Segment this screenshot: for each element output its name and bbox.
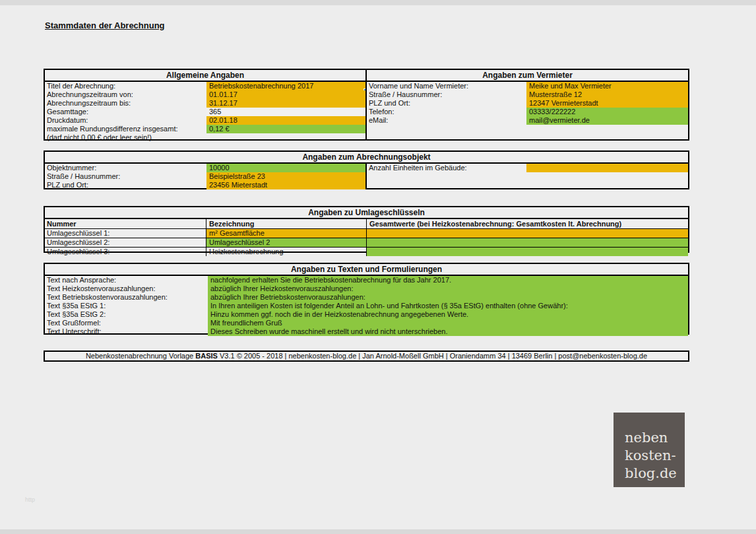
row-label: Text §35a EStG 1: xyxy=(45,302,208,310)
section-header: Angaben zum Abrechnungsobjekt xyxy=(45,152,688,164)
table-row: Telefon: 03333/222222 xyxy=(367,108,688,116)
input-cell[interactable]: Beispielstraße 23 xyxy=(206,172,365,181)
texte-formulierungen-table: Angaben zu Texten und Formulierungen Tex… xyxy=(44,263,689,335)
row-label: Text nach Ansprache: xyxy=(45,276,208,284)
input-cell[interactable]: nachfolgend erhalten Sie die Betriebskos… xyxy=(208,276,688,284)
table-row: maximale Rundungsdifferenz insgesamt: 0,… xyxy=(45,125,365,133)
allgemeine-angaben-section: Allgemeine Angaben Titel der Abrechnung:… xyxy=(45,70,367,139)
column-header-nummer: Nummer xyxy=(45,219,206,228)
input-cell-empty[interactable] xyxy=(366,229,688,238)
row-label: Text Unterschrift: xyxy=(45,327,208,336)
empty-cell xyxy=(206,133,365,142)
footer-text-post: V3.1 © 2005 - 2018 | nebenkosten-blog.de… xyxy=(218,352,647,360)
input-cell[interactable]: Hinzu kommen ggf. noch die in der Heizko… xyxy=(208,310,688,319)
texte-label-column: Text nach Ansprache: Text Heizkostenvora… xyxy=(45,276,208,336)
input-cell-empty[interactable] xyxy=(366,248,688,256)
input-cell[interactable]: abzüglich Ihrer Heizkostenvorauszahlunge… xyxy=(208,284,688,293)
logo-line: neben xyxy=(625,429,685,447)
input-cell[interactable]: 0,12 € xyxy=(206,125,365,133)
objekt-left-section: Objektnummer: 10000 Straße / Hausnummer:… xyxy=(45,164,367,189)
table-row: Straße / Hausnummer: Beispielstraße 23 xyxy=(45,172,365,181)
row-label: Abrechnungszeitraum von: xyxy=(45,90,206,99)
input-cell[interactable]: 12347 Vermieterstadt xyxy=(526,99,688,108)
row-label: maximale Rundungsdifferenz insgesamt: xyxy=(45,125,206,133)
row-label: Titel der Abrechnung: xyxy=(45,82,206,90)
table-row: PLZ und Ort: 23456 Mieterstadt xyxy=(45,181,365,189)
watermark-text: http xyxy=(25,496,35,503)
table-row: Umlageschlüssel 2: Umlageschlüssel 2 xyxy=(45,238,688,248)
input-cell[interactable]: m² Gesamtfläche xyxy=(206,229,366,238)
selected-cell-titel[interactable]: Betriebskostenabrechnung 2017 xyxy=(206,82,365,90)
section-header: Angaben zu Texten und Formulierungen xyxy=(45,264,688,276)
table-row: Umlageschlüssel 1: m² Gesamtfläche xyxy=(45,229,688,238)
input-cell[interactable]: 02.01.18 xyxy=(206,116,365,125)
section-header: Angaben zum Vermieter xyxy=(367,70,688,82)
nebenkosten-blog-logo: neben kosten- blog.de xyxy=(614,413,685,487)
table-row: Titel der Abrechnung: Betriebskostenabre… xyxy=(45,82,365,90)
input-cell[interactable]: mail@vermieter.de xyxy=(526,116,688,125)
row-label: Umlageschlüssel 1: xyxy=(45,229,206,238)
row-label: Text Betriebskostenvorauszahlungen: xyxy=(45,293,208,302)
column-header-bezeichnung: Bezeichnung xyxy=(206,219,366,228)
input-cell[interactable]: 03333/222222 xyxy=(526,108,688,116)
column-header-gesamtwerte: Gesamtwerte (bei Heizkostenabrechnung: G… xyxy=(366,219,688,228)
row-label: eMail: xyxy=(367,116,526,125)
section-header: Allgemeine Angaben xyxy=(45,70,365,82)
page-title: Stammdaten der Abrechnung xyxy=(45,20,165,30)
table-row: Abrechnungszeitraum bis: 31.12.17 xyxy=(45,99,365,108)
input-cell[interactable]: Mit freundlichem Gruß xyxy=(208,319,688,327)
table-row: eMail: mail@vermieter.de xyxy=(367,116,688,125)
input-cell[interactable]: 31.12.17 xyxy=(206,99,365,108)
input-cell[interactable]: 23456 Mieterstadt xyxy=(206,181,365,189)
row-label: Druckdatum: xyxy=(45,116,206,125)
table-row: Anzahl Einheiten im Gebäude: xyxy=(367,164,688,172)
row-label: Text Heizkostenvorauszahlungen: xyxy=(45,284,208,293)
row-label: PLZ und Ort: xyxy=(45,181,206,189)
allgemeine-vermieter-table: Allgemeine Angaben Titel der Abrechnung:… xyxy=(44,69,689,141)
table-row: Vorname und Name Vermieter: Meike und Ma… xyxy=(367,82,688,90)
top-border-band xyxy=(0,0,756,5)
spreadsheet-page: Stammdaten der Abrechnung Allgemeine Ang… xyxy=(0,0,756,534)
logo-line: blog.de xyxy=(625,465,685,483)
table-row: PLZ und Ort: 12347 Vermieterstadt xyxy=(367,99,688,108)
row-label: PLZ und Ort: xyxy=(367,99,526,108)
row-label: Telefon: xyxy=(367,108,526,116)
input-cell[interactable]: Umlageschlüssel 2 xyxy=(206,238,366,247)
table-row: Straße / Hausnummer: Musterstraße 12 xyxy=(367,90,688,99)
static-cell: Heizkostenabrechnung xyxy=(206,248,366,256)
input-cell[interactable]: 10000 xyxy=(206,164,365,172)
input-cell-empty[interactable] xyxy=(366,238,688,247)
section-header: Angaben zu Umlageschlüsseln xyxy=(45,207,688,219)
footer-text-pre: Nebenkostenabrechnung Vorlage xyxy=(86,352,195,360)
row-label: Gesamttage: xyxy=(45,108,206,116)
bottom-border-band xyxy=(0,529,756,534)
computed-cell: 365 xyxy=(206,108,365,116)
input-cell[interactable]: Meike und Max Vermieter xyxy=(526,82,688,90)
row-label-note: (darf nicht 0,00 € oder leer sein!) xyxy=(45,133,206,142)
column-header-row: Nummer Bezeichnung Gesamtwerte (bei Heiz… xyxy=(45,219,688,229)
texte-input-block: nachfolgend erhalten Sie die Betriebskos… xyxy=(208,276,688,336)
row-label: Straße / Hausnummer: xyxy=(45,172,206,181)
angaben-vermieter-section: Angaben zum Vermieter Vorname und Name V… xyxy=(367,70,688,139)
table-row: (darf nicht 0,00 € oder leer sein!) xyxy=(45,133,365,142)
logo-line: kosten- xyxy=(625,447,685,465)
row-label: Umlageschlüssel 2: xyxy=(45,238,206,247)
input-cell[interactable]: abzüglich Ihrer Betriebskostenvorauszahl… xyxy=(208,293,688,302)
row-label: Text §35a EStG 2: xyxy=(45,310,208,319)
input-cell[interactable]: In Ihren anteiligen Kosten ist folgender… xyxy=(208,302,688,310)
row-label: Vorname und Name Vermieter: xyxy=(367,82,526,90)
table-row: Objektnummer: 10000 xyxy=(45,164,365,172)
footer-copyright-bar: Nebenkostenabrechnung Vorlage BASIS V3.1… xyxy=(44,350,689,362)
objekt-right-section: Anzahl Einheiten im Gebäude: xyxy=(367,164,688,189)
input-cell[interactable]: Dieses Schreiben wurde maschinell erstel… xyxy=(208,327,688,336)
row-label: Anzahl Einheiten im Gebäude: xyxy=(367,164,526,172)
row-label: Objektnummer: xyxy=(45,164,206,172)
input-cell-empty[interactable] xyxy=(526,164,688,172)
input-cell[interactable]: 01.01.17 xyxy=(206,90,365,99)
table-row: Umlageschlüssel 3: Heizkostenabrechnung xyxy=(45,248,688,256)
row-label: Text Grußformel: xyxy=(45,319,208,327)
table-row: Abrechnungszeitraum von: 01.01.17 xyxy=(45,90,365,99)
input-cell[interactable]: Musterstraße 12 xyxy=(526,90,688,99)
row-label: Abrechnungszeitraum bis: xyxy=(45,99,206,108)
abrechnungsobjekt-table: Angaben zum Abrechnungsobjekt Objektnumm… xyxy=(44,150,689,189)
